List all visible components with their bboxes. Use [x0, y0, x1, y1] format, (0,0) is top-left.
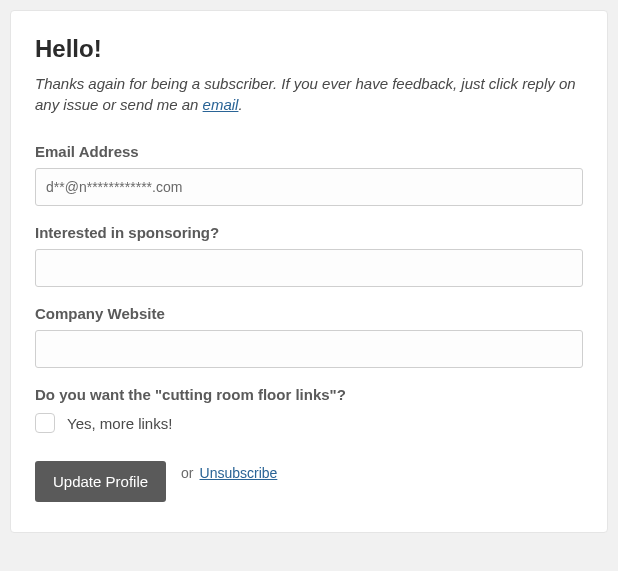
- sponsor-field[interactable]: [35, 249, 583, 287]
- more-links-checkbox[interactable]: [35, 413, 55, 433]
- email-link[interactable]: email: [203, 96, 239, 113]
- sponsor-label: Interested in sponsoring?: [35, 224, 583, 241]
- sponsor-group: Interested in sponsoring?: [35, 224, 583, 287]
- cutting-group: Do you want the "cutting room floor link…: [35, 386, 583, 433]
- or-text: or: [181, 465, 193, 481]
- website-field[interactable]: [35, 330, 583, 368]
- email-group: Email Address: [35, 143, 583, 206]
- checkbox-row: Yes, more links!: [35, 413, 583, 433]
- update-profile-button[interactable]: Update Profile: [35, 461, 166, 502]
- cutting-label: Do you want the "cutting room floor link…: [35, 386, 583, 403]
- profile-card: Hello! Thanks again for being a subscrib…: [10, 10, 608, 533]
- more-links-label: Yes, more links!: [67, 415, 172, 432]
- email-field[interactable]: [35, 168, 583, 206]
- website-group: Company Website: [35, 305, 583, 368]
- page-title: Hello!: [35, 35, 583, 63]
- email-label: Email Address: [35, 143, 583, 160]
- website-label: Company Website: [35, 305, 583, 322]
- unsubscribe-link[interactable]: Unsubscribe: [200, 465, 278, 481]
- intro-before: Thanks again for being a subscriber. If …: [35, 75, 576, 113]
- intro-text: Thanks again for being a subscriber. If …: [35, 73, 583, 115]
- actions-row: Update Profile or Unsubscribe: [35, 461, 583, 502]
- intro-after: .: [238, 96, 242, 113]
